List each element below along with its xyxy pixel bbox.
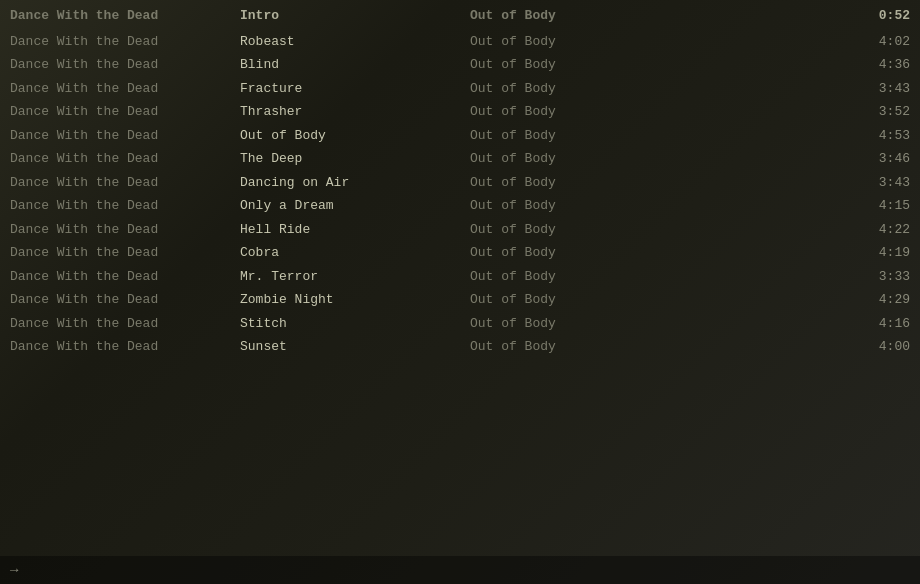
track-artist: Dance With the Dead	[10, 220, 240, 240]
track-title: The Deep	[240, 149, 470, 169]
track-album: Out of Body	[470, 32, 650, 52]
track-duration: 4:53	[650, 126, 910, 146]
track-artist: Dance With the Dead	[10, 196, 240, 216]
track-album: Out of Body	[470, 337, 650, 357]
header-album: Out of Body	[470, 6, 650, 26]
table-header: Dance With the Dead Intro Out of Body 0:…	[0, 4, 920, 28]
track-album: Out of Body	[470, 267, 650, 287]
table-row[interactable]: Dance With the DeadFractureOut of Body3:…	[0, 77, 920, 101]
track-artist: Dance With the Dead	[10, 243, 240, 263]
track-title: Out of Body	[240, 126, 470, 146]
bottom-bar: →	[0, 556, 920, 584]
table-row[interactable]: Dance With the DeadThe DeepOut of Body3:…	[0, 147, 920, 171]
track-duration: 4:22	[650, 220, 910, 240]
track-title: Thrasher	[240, 102, 470, 122]
track-artist: Dance With the Dead	[10, 102, 240, 122]
track-duration: 4:36	[650, 55, 910, 75]
table-row[interactable]: Dance With the DeadMr. TerrorOut of Body…	[0, 265, 920, 289]
track-duration: 3:46	[650, 149, 910, 169]
track-album: Out of Body	[470, 243, 650, 263]
track-duration: 4:00	[650, 337, 910, 357]
track-album: Out of Body	[470, 196, 650, 216]
track-title: Zombie Night	[240, 290, 470, 310]
track-duration: 3:43	[650, 79, 910, 99]
header-title: Intro	[240, 6, 470, 26]
track-title: Stitch	[240, 314, 470, 334]
track-artist: Dance With the Dead	[10, 32, 240, 52]
track-list: Dance With the Dead Intro Out of Body 0:…	[0, 0, 920, 363]
track-artist: Dance With the Dead	[10, 149, 240, 169]
track-duration: 4:16	[650, 314, 910, 334]
track-artist: Dance With the Dead	[10, 55, 240, 75]
track-album: Out of Body	[470, 173, 650, 193]
track-album: Out of Body	[470, 290, 650, 310]
track-duration: 4:29	[650, 290, 910, 310]
table-row[interactable]: Dance With the DeadCobraOut of Body4:19	[0, 241, 920, 265]
track-title: Cobra	[240, 243, 470, 263]
track-title: Only a Dream	[240, 196, 470, 216]
table-row[interactable]: Dance With the DeadHell RideOut of Body4…	[0, 218, 920, 242]
track-duration: 4:15	[650, 196, 910, 216]
table-row[interactable]: Dance With the DeadOut of BodyOut of Bod…	[0, 124, 920, 148]
arrow-icon: →	[10, 562, 18, 578]
track-duration: 3:52	[650, 102, 910, 122]
track-album: Out of Body	[470, 149, 650, 169]
track-artist: Dance With the Dead	[10, 126, 240, 146]
table-row[interactable]: Dance With the DeadBlindOut of Body4:36	[0, 53, 920, 77]
track-title: Fracture	[240, 79, 470, 99]
track-title: Hell Ride	[240, 220, 470, 240]
track-artist: Dance With the Dead	[10, 267, 240, 287]
track-album: Out of Body	[470, 126, 650, 146]
track-title: Dancing on Air	[240, 173, 470, 193]
track-album: Out of Body	[470, 220, 650, 240]
track-title: Mr. Terror	[240, 267, 470, 287]
track-album: Out of Body	[470, 79, 650, 99]
track-album: Out of Body	[470, 55, 650, 75]
track-title: Blind	[240, 55, 470, 75]
track-artist: Dance With the Dead	[10, 337, 240, 357]
track-album: Out of Body	[470, 314, 650, 334]
table-row[interactable]: Dance With the DeadZombie NightOut of Bo…	[0, 288, 920, 312]
table-row[interactable]: Dance With the DeadSunsetOut of Body4:00	[0, 335, 920, 359]
header-duration: 0:52	[650, 6, 910, 26]
table-row[interactable]: Dance With the DeadDancing on AirOut of …	[0, 171, 920, 195]
table-row[interactable]: Dance With the DeadRobeastOut of Body4:0…	[0, 30, 920, 54]
table-row[interactable]: Dance With the DeadOnly a DreamOut of Bo…	[0, 194, 920, 218]
track-artist: Dance With the Dead	[10, 290, 240, 310]
table-row[interactable]: Dance With the DeadStitchOut of Body4:16	[0, 312, 920, 336]
track-artist: Dance With the Dead	[10, 173, 240, 193]
table-row[interactable]: Dance With the DeadThrasherOut of Body3:…	[0, 100, 920, 124]
track-artist: Dance With the Dead	[10, 314, 240, 334]
track-title: Robeast	[240, 32, 470, 52]
header-artist: Dance With the Dead	[10, 6, 240, 26]
track-duration: 3:43	[650, 173, 910, 193]
track-duration: 4:02	[650, 32, 910, 52]
track-album: Out of Body	[470, 102, 650, 122]
track-duration: 3:33	[650, 267, 910, 287]
track-artist: Dance With the Dead	[10, 79, 240, 99]
track-title: Sunset	[240, 337, 470, 357]
track-duration: 4:19	[650, 243, 910, 263]
